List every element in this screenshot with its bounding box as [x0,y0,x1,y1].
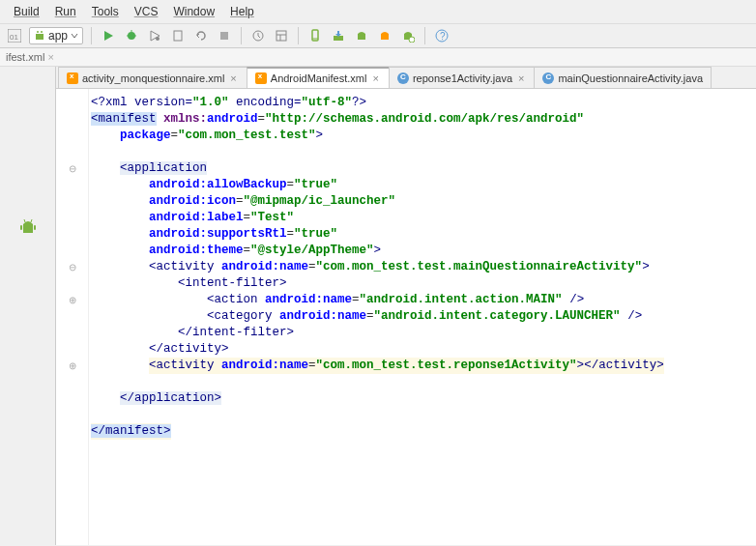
java-file-icon [397,72,409,84]
sdk-manager-icon[interactable] [330,27,347,44]
tab-label: activity_monquestionnaire.xml [82,72,224,84]
java-file-icon [542,72,554,84]
editor-main: activity_monquestionnaire.xml × AndroidM… [56,67,756,545]
svg-rect-28 [34,225,36,230]
xml-file-icon [67,72,78,84]
svg-point-22 [409,37,415,43]
svg-rect-20 [381,34,389,40]
svg-point-3 [37,31,39,33]
tab-label: AndroidManifest.xml [271,72,367,84]
svg-point-4 [41,31,43,33]
sync-gradle-icon[interactable] [249,27,267,44]
close-icon[interactable]: × [228,72,238,84]
tab-reponse1-activity[interactable]: reponse1Activity.java × [389,67,536,88]
close-icon[interactable]: × [370,72,380,84]
tab-label: reponse1Activity.java [413,72,512,84]
menu-help[interactable]: Help [222,2,262,21]
svg-line-26 [31,219,32,222]
rerun-icon[interactable] [192,27,210,44]
tab-main-questionnaire-activity[interactable]: mainQuestionnaireActivity.java [534,67,712,88]
android-app-icon [34,30,45,42]
menu-build[interactable]: Build [6,2,47,21]
menu-window[interactable]: Window [165,2,222,21]
binary-icon[interactable]: 01 [6,27,23,44]
tab-android-manifest[interactable]: AndroidManifest.xml × [247,67,390,88]
editor-gutter: ⊖ ⊖ ⊕ ⊕ [56,89,89,545]
profile-button[interactable] [146,27,163,44]
xml-file-icon [255,72,267,84]
svg-rect-19 [358,34,365,40]
android-robot-icon[interactable] [19,217,37,237]
svg-point-5 [128,32,135,40]
project-tool-sidebar [0,67,56,545]
project-structure-icon[interactable] [273,27,290,44]
svg-text:01: 01 [10,33,18,42]
svg-rect-11 [220,32,228,40]
tab-label: mainQuestionnaireActivity.java [558,72,703,84]
menu-vcs[interactable]: VCS [127,2,166,21]
avd-manager-icon[interactable] [306,27,324,44]
svg-text:?: ? [440,31,446,42]
code-editor[interactable]: <?xml version="1.0" encoding="utf-8"?> <… [89,89,756,545]
svg-line-25 [24,219,25,222]
android-plus-icon[interactable] [399,27,417,44]
svg-rect-13 [276,31,286,41]
menu-run[interactable]: Run [47,2,84,21]
menubar: Build Run Tools VCS Window Help [0,0,756,24]
run-button[interactable] [100,27,117,44]
run-config-selector[interactable]: app [29,27,83,44]
editor-tabs: activity_monquestionnaire.xml × AndroidM… [56,67,756,89]
toolbar: 01 app ? [0,24,756,48]
svg-point-9 [156,37,160,41]
breadcrumb: ifest.xml × [0,48,756,67]
android-orange-icon[interactable] [376,27,393,44]
svg-rect-2 [36,34,44,40]
debug-button[interactable] [123,27,140,44]
svg-rect-27 [20,225,22,230]
svg-rect-10 [174,31,182,41]
menu-tools[interactable]: Tools [84,2,127,21]
close-icon[interactable]: × [516,72,526,84]
stop-button[interactable] [216,27,233,44]
help-icon[interactable]: ? [433,27,451,44]
chevron-down-icon [71,32,78,40]
run-config-label: app [48,29,68,43]
android-green-icon[interactable] [353,27,370,44]
tab-activity-monquestionnaire[interactable]: activity_monquestionnaire.xml × [58,67,247,88]
attach-debugger-icon[interactable] [169,27,187,44]
